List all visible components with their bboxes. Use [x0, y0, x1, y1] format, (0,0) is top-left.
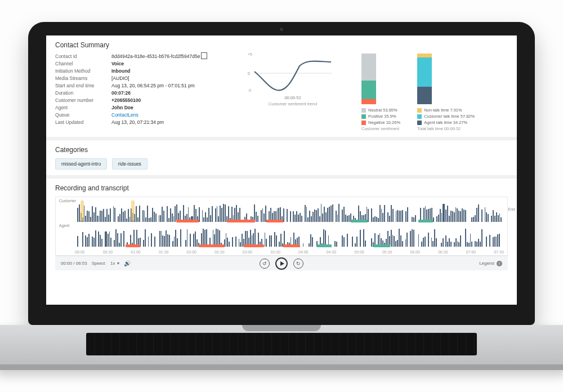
- kv-label-duration: Duration: [55, 90, 111, 96]
- seg-customer-talk: [417, 57, 432, 87]
- legend-customer-talk: Customer talk time 57.82%: [424, 114, 475, 119]
- talktime-bar-block: Non-talk time 7.91% Customer talk time 5…: [417, 54, 475, 131]
- kv-value-duration: 00:07:26: [111, 90, 131, 96]
- marker-negative: [126, 244, 140, 247]
- sentiment-bar-block: Neutral 53.85% Positive 35.9% Negative 1…: [361, 54, 400, 131]
- marker-negative: [244, 244, 264, 247]
- trackpad-notch: [242, 325, 321, 331]
- rewind-button[interactable]: ↺: [260, 259, 270, 269]
- summary-key-values: Contact Id8dd4942a-818e-4531-b576-fcd2f5…: [55, 54, 224, 131]
- y-tick-mid: 0: [248, 72, 250, 75]
- speed-selector[interactable]: 1x: [110, 261, 119, 266]
- sentiment-legend-caption: Customer sentiment: [361, 126, 400, 131]
- y-tick-top: +5: [248, 52, 252, 56]
- legend-nontalk: Non-talk time 7.91%: [424, 108, 462, 113]
- forward-button[interactable]: ↻: [293, 259, 303, 269]
- track-customer: Customer End: [58, 199, 505, 222]
- y-tick-bot: -5: [248, 88, 251, 92]
- sentiment-trend-caption: Customer sentiment trend: [269, 101, 317, 106]
- kv-value-initiation: Inbound: [111, 68, 131, 74]
- seg-agent-talk: [417, 87, 432, 104]
- seg-positive: [361, 81, 376, 99]
- keyboard-deck: [0, 325, 563, 370]
- recording-panel: Recording and transcript Customer End: [46, 175, 517, 270]
- volume-icon[interactable]: [124, 260, 131, 266]
- sentiment-trend-chart: +5 0 -5 00:06:52 Customer sentiment tren…: [238, 54, 348, 131]
- sentiment-trend-xvalue: 00:06:52: [284, 95, 301, 100]
- track-agent: Agent: [58, 224, 505, 247]
- legend-toggle[interactable]: Legend: [479, 261, 494, 266]
- contact-summary-title: Contact Summary: [55, 41, 508, 49]
- kv-label-channel: Channel: [55, 61, 111, 66]
- kv-value-queue[interactable]: ContactLens: [111, 112, 138, 118]
- seg-nontalk: [417, 54, 432, 57]
- kv-label-time: Start and end time: [55, 83, 111, 88]
- legend-positive: Positive 35.9%: [368, 114, 396, 119]
- marker-negative: [266, 220, 283, 222]
- waveform-container[interactable]: Customer End Agent: [55, 197, 508, 256]
- copy-icon[interactable]: [202, 54, 207, 59]
- track-agent-label: Agent: [59, 224, 69, 228]
- kv-value-channel: Voice: [111, 61, 124, 66]
- category-pill[interactable]: missed-agent-intro: [55, 158, 107, 170]
- sentiment-stacked-bar: [361, 54, 376, 104]
- legend-agent-talk: Agent talk time 34.27%: [424, 120, 467, 125]
- marker-positive: [351, 220, 368, 222]
- legend-negative: Negative 10.26%: [368, 120, 400, 125]
- player-position: 00:00 / 06:53: [61, 261, 87, 266]
- laptop-frame: Contact Summary Contact Id8dd4942a-818e-…: [28, 22, 535, 370]
- track-customer-label: Customer: [59, 199, 76, 203]
- marker-positive: [317, 244, 332, 247]
- categories-title: Categories: [55, 146, 508, 154]
- kv-label-media: Media Streams: [55, 75, 111, 81]
- marker-negative: [199, 244, 225, 247]
- seg-neutral: [361, 54, 376, 81]
- marker-positive: [373, 244, 390, 247]
- track-end-label: End: [508, 207, 515, 211]
- kv-label-agent: Agent: [55, 105, 111, 110]
- kv-value-contact-id: 8dd4942a-818e-4531-b576-fcd2f5947d5e: [111, 54, 200, 59]
- marker-positive: [418, 220, 433, 222]
- category-pill[interactable]: ride-issues: [112, 158, 148, 170]
- marker-category: [131, 201, 135, 221]
- info-icon[interactable]: i: [497, 261, 502, 266]
- marker-negative: [283, 244, 300, 247]
- breakdown-bars: Neutral 53.85% Positive 35.9% Negative 1…: [361, 54, 508, 131]
- kv-value-time: Aug 13, 20, 06:54:25 pm - 07:01:51 pm: [111, 83, 195, 88]
- categories-panel: Categories missed-agent-intro ride-issue…: [46, 137, 517, 175]
- app-screen: Contact Summary Contact Id8dd4942a-818e-…: [46, 35, 517, 305]
- kv-value-media: [AUDIO]: [111, 75, 129, 81]
- screen-bezel: Contact Summary Contact Id8dd4942a-818e-…: [28, 22, 535, 325]
- talktime-stacked-bar: [417, 54, 432, 104]
- legend-neutral: Neutral 53.85%: [368, 108, 397, 113]
- kv-label-customer-number: Customer number: [55, 97, 111, 103]
- sentiment-legend: Neutral 53.85% Positive 35.9% Negative 1…: [361, 108, 400, 131]
- kv-value-customer-number: +2065550100: [111, 97, 141, 103]
- kv-label-updated: Last Updated: [55, 119, 111, 125]
- kv-value-updated: Aug 13, 20, 07:21:34 pm: [111, 119, 164, 125]
- speed-label: Speed:: [92, 261, 106, 266]
- player-bar: 00:00 / 06:53 Speed: 1x ↺ ↻ Legend i: [55, 256, 508, 270]
- play-button[interactable]: [275, 257, 288, 270]
- kv-label-contact-id: Contact Id: [55, 54, 111, 59]
- timeline-ticks: 00:0000:3001:0001:3002:0002:3003:0003:30…: [75, 250, 504, 254]
- camera-dot: [280, 28, 283, 31]
- kv-label-queue: Queue: [55, 112, 111, 118]
- sentiment-line-svg: [253, 54, 332, 93]
- recording-title: Recording and transcript: [55, 184, 508, 192]
- marker-negative: [227, 220, 255, 222]
- kv-label-initiation: Initiation Method: [55, 68, 111, 74]
- seg-negative: [361, 99, 376, 104]
- contact-summary-panel: Contact Summary Contact Id8dd4942a-818e-…: [46, 35, 517, 137]
- talktime-legend: Non-talk time 7.91% Customer talk time 5…: [417, 108, 475, 131]
- keyboard-area: [86, 333, 477, 355]
- marker-negative: [176, 220, 199, 222]
- kv-value-agent: John Doe: [111, 105, 133, 110]
- talktime-legend-caption: Total talk time 00:06:52: [417, 126, 475, 131]
- marker-category: [81, 201, 84, 221]
